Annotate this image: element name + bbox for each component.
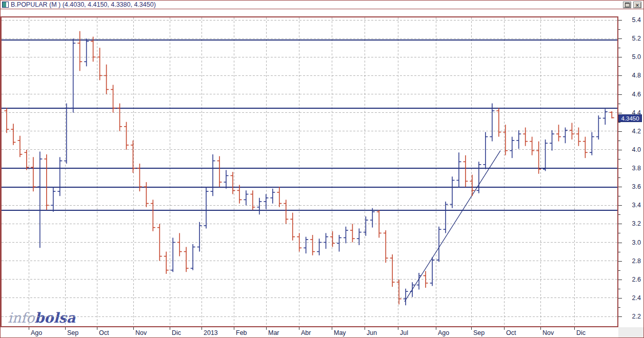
y-minor-tick xyxy=(618,177,620,178)
y-tick-label: 4.8 xyxy=(621,72,641,79)
x-tick xyxy=(202,327,202,330)
y-minor-tick xyxy=(618,196,620,196)
x-tick-label: 2013 xyxy=(204,329,218,336)
x-tick xyxy=(471,327,472,330)
time-axis[interactable]: AgoSepOctNovDic2013FebMarAbrMayJunJulAgo… xyxy=(1,327,618,338)
y-tick-label: 3.0 xyxy=(621,239,641,246)
x-tick xyxy=(299,327,299,330)
axis-corner xyxy=(618,327,644,338)
x-tick xyxy=(332,327,332,330)
x-tick-label: Mar xyxy=(268,329,279,336)
y-minor-tick xyxy=(618,233,620,233)
x-tick-label: Dic xyxy=(576,329,586,336)
chart-window-icon xyxy=(2,2,9,8)
x-tick xyxy=(365,327,365,330)
y-minor-tick xyxy=(618,48,620,48)
x-tick-label: Jul xyxy=(400,329,408,336)
y-minor-tick xyxy=(618,29,620,30)
close-button[interactable]: × xyxy=(633,2,641,8)
x-tick-label: Oct xyxy=(99,329,109,336)
x-tick xyxy=(133,327,134,330)
x-tick-label: Oct xyxy=(506,329,516,336)
x-tick xyxy=(266,327,267,330)
x-tick-label: Ago xyxy=(31,329,42,336)
x-tick xyxy=(436,327,436,330)
x-tick xyxy=(398,327,398,330)
y-tick-label: 2.8 xyxy=(621,257,641,265)
maximize-button[interactable] xyxy=(623,2,631,8)
x-tick xyxy=(170,327,170,330)
x-tick xyxy=(65,327,66,330)
x-tick-label: Feb xyxy=(236,329,247,336)
title-bar[interactable]: B.POPULAR (M ) (4.4030, 4.4150, 4.3380, … xyxy=(1,1,643,9)
x-tick xyxy=(540,327,541,330)
chart-window: B.POPULAR (M ) (4.4030, 4.4150, 4.3380, … xyxy=(0,0,644,338)
y-tick-label: 2.2 xyxy=(621,313,641,320)
y-tick-label: 3.6 xyxy=(621,183,641,190)
x-tick xyxy=(234,327,234,330)
y-tick-label: 2.6 xyxy=(621,276,641,283)
y-tick-label: 3.2 xyxy=(621,220,641,227)
y-minor-tick xyxy=(618,85,620,85)
chart-plot-area[interactable]: infobolsa xyxy=(1,16,618,327)
y-tick-label: 5.0 xyxy=(621,53,641,61)
x-tick-label: Nov xyxy=(542,329,554,336)
y-minor-tick xyxy=(618,214,620,215)
y-minor-tick xyxy=(618,159,620,160)
y-minor-tick xyxy=(618,270,620,271)
y-minor-tick xyxy=(618,307,620,308)
x-tick-label: Dic xyxy=(172,329,181,336)
ohlc-chart xyxy=(2,17,617,326)
y-tick-label: 4.2 xyxy=(621,128,641,135)
x-tick-label: Sep xyxy=(67,329,78,336)
x-tick-label: Abr xyxy=(301,329,311,336)
y-minor-tick xyxy=(618,289,620,289)
y-tick-label: 5.4 xyxy=(621,16,641,24)
y-tick-label: 2.4 xyxy=(621,294,641,302)
x-tick xyxy=(574,327,575,330)
x-tick xyxy=(29,327,29,330)
maximize-icon xyxy=(625,3,630,7)
x-tick-label: Sep xyxy=(473,329,485,336)
y-tick-label: 3.8 xyxy=(621,165,641,172)
y-minor-tick xyxy=(618,66,620,67)
x-tick-label: Nov xyxy=(135,329,147,336)
y-minor-tick xyxy=(618,122,620,123)
y-minor-tick xyxy=(618,252,620,252)
y-tick-label: 4.6 xyxy=(621,91,641,98)
x-tick-label: Ago xyxy=(438,329,449,336)
y-tick-label: 4.0 xyxy=(621,146,641,153)
x-tick xyxy=(504,327,505,330)
x-tick-label: May xyxy=(334,329,346,336)
window-title: B.POPULAR (M ) (4.4030, 4.4150, 4.3380, … xyxy=(11,1,156,9)
y-tick-label: 5.2 xyxy=(621,35,641,42)
x-tick-label: Jun xyxy=(367,329,377,336)
price-axis[interactable]: 5.45.25.04.84.64.44.24.03.83.63.43.23.02… xyxy=(618,16,644,327)
y-tick-label: 3.4 xyxy=(621,202,641,209)
y-minor-tick xyxy=(618,141,620,141)
x-tick xyxy=(97,327,97,330)
y-minor-tick xyxy=(618,104,620,104)
last-price-marker: 4.3450 xyxy=(618,114,642,122)
